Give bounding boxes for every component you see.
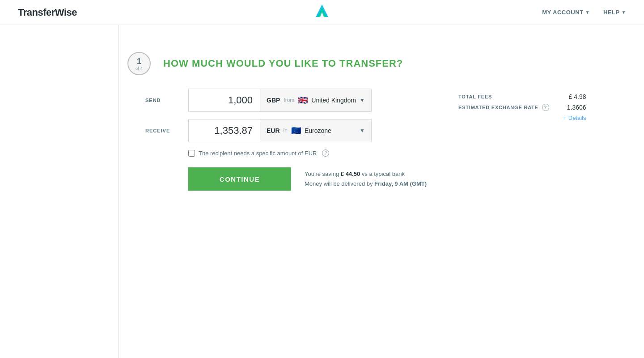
header-center-logo bbox=[314, 4, 330, 21]
exchange-rate-value: 1.3606 bbox=[567, 104, 586, 111]
saving-info: You're saving £ 44.50 vs a typical bank … bbox=[305, 169, 427, 189]
receive-flag: 🇪🇺 bbox=[291, 126, 301, 136]
sidebar-line bbox=[0, 25, 119, 358]
delivery-line: Money will be delivered by Friday, 9 AM … bbox=[305, 179, 427, 189]
main-content: 1 of 4 HOW MUCH WOULD YOU LIKE TO TRANSF… bbox=[119, 25, 644, 358]
checkbox-help-icon[interactable]: ? bbox=[322, 149, 329, 157]
help-menu[interactable]: HELP ▼ bbox=[603, 9, 626, 16]
send-currency-arrow: ▼ bbox=[360, 97, 365, 103]
receive-country: Eurozone bbox=[305, 127, 356, 134]
delivery-time: Friday, 9 AM (GMT) bbox=[374, 180, 427, 187]
total-fees-label: TOTAL FEES bbox=[458, 94, 492, 99]
send-country: United Kingdom bbox=[311, 97, 356, 104]
step-circle: 1 of 4 bbox=[127, 52, 151, 75]
page-wrapper: 1 of 4 HOW MUCH WOULD YOU LIKE TO TRANSF… bbox=[0, 25, 644, 358]
form-left: SEND GBP from 🇬🇧 United Kingdom ▼ RECEIV… bbox=[145, 89, 432, 191]
recipient-amount-checkbox-row: The recipient needs a specific amount of… bbox=[188, 149, 432, 157]
checkbox-label: The recipient needs a specific amount of… bbox=[199, 150, 317, 157]
saving-amount: £ 44.50 bbox=[341, 170, 360, 177]
my-account-menu[interactable]: MY ACCOUNT ▼ bbox=[542, 9, 590, 16]
transferwise-icon bbox=[314, 4, 330, 20]
exchange-rate-label: ESTIMATED EXCHANGE RATE ? bbox=[458, 104, 549, 111]
send-currency-select[interactable]: GBP from 🇬🇧 United Kingdom ▼ bbox=[260, 89, 372, 112]
form-section: SEND GBP from 🇬🇧 United Kingdom ▼ RECEIV… bbox=[145, 89, 617, 191]
header: TransferWise MY ACCOUNT ▼ HELP ▼ bbox=[0, 0, 644, 25]
exchange-rate-help-icon[interactable]: ? bbox=[542, 104, 549, 111]
continue-button[interactable]: CONTINUE bbox=[188, 167, 291, 191]
send-label: SEND bbox=[145, 98, 181, 103]
total-fees-value: £ 4.98 bbox=[569, 93, 586, 100]
receive-currency-code: EUR bbox=[267, 127, 280, 134]
send-row: SEND GBP from 🇬🇧 United Kingdom ▼ bbox=[145, 89, 432, 112]
saving-line1: You're saving £ 44.50 vs a typical bank bbox=[305, 169, 427, 179]
my-account-arrow: ▼ bbox=[585, 10, 590, 15]
receive-amount-input[interactable] bbox=[188, 119, 260, 142]
receive-currency-arrow: ▼ bbox=[360, 128, 365, 134]
receive-label: RECEIVE bbox=[145, 128, 181, 133]
total-fees-row: TOTAL FEES £ 4.98 bbox=[458, 93, 586, 100]
logo: TransferWise bbox=[18, 7, 77, 18]
details-link[interactable]: + Details bbox=[458, 115, 586, 121]
page-title: HOW MUCH WOULD YOU LIKE TO TRANSFER? bbox=[163, 58, 403, 69]
send-currency-code: GBP bbox=[267, 97, 280, 104]
help-arrow: ▼ bbox=[622, 10, 626, 15]
send-flag: 🇬🇧 bbox=[298, 95, 308, 105]
fees-panel: TOTAL FEES £ 4.98 ESTIMATED EXCHANGE RAT… bbox=[458, 89, 586, 121]
header-nav: MY ACCOUNT ▼ HELP ▼ bbox=[542, 9, 626, 16]
receive-row: RECEIVE EUR in 🇪🇺 Eurozone ▼ bbox=[145, 119, 432, 142]
send-from-text: from bbox=[284, 97, 294, 103]
step-indicator: 1 of 4 HOW MUCH WOULD YOU LIKE TO TRANSF… bbox=[127, 52, 617, 75]
send-amount-input[interactable] bbox=[188, 89, 260, 112]
receive-currency-select[interactable]: EUR in 🇪🇺 Eurozone ▼ bbox=[260, 119, 372, 142]
exchange-rate-row: ESTIMATED EXCHANGE RATE ? 1.3606 bbox=[458, 104, 586, 111]
recipient-specific-amount-checkbox[interactable] bbox=[188, 150, 195, 157]
action-row: CONTINUE You're saving £ 44.50 vs a typi… bbox=[188, 167, 432, 191]
receive-in-text: in bbox=[284, 128, 288, 134]
